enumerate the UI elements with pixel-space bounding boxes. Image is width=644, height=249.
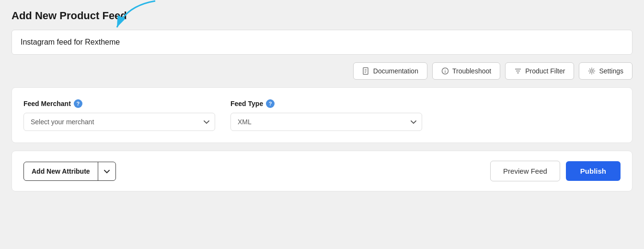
svg-text:i: i [445, 69, 446, 74]
feed-type-help-icon[interactable]: ? [266, 99, 275, 108]
feed-merchant-label: Feed Merchant ? [23, 99, 215, 108]
feed-type-label: Feed Type ? [230, 99, 422, 108]
feed-merchant-select[interactable]: Select your merchant [23, 113, 215, 131]
add-attribute-button-group[interactable]: Add New Attribute [23, 162, 116, 181]
feed-config-card: Feed Merchant ? Select your merchant Fee… [12, 87, 632, 143]
gear-icon [588, 67, 596, 75]
fields-row: Feed Merchant ? Select your merchant Fee… [23, 99, 621, 131]
product-filter-label: Product Filter [525, 67, 565, 75]
preview-feed-button[interactable]: Preview Feed [490, 161, 560, 181]
document-icon [362, 67, 370, 75]
feed-name-input[interactable] [12, 30, 632, 55]
bottom-bar: Add New Attribute Preview Feed Publish [12, 151, 632, 191]
action-buttons: Preview Feed Publish [490, 161, 621, 181]
feed-type-select[interactable]: XML CSV TSV TXT [230, 113, 422, 131]
troubleshoot-label: Troubleshoot [452, 67, 491, 75]
toolbar-row: Documentation i Troubleshoot Product Fil… [12, 62, 632, 80]
info-icon: i [441, 67, 449, 75]
page-title: Add New Product Feed [12, 10, 632, 22]
feed-type-select-wrapper: XML CSV TSV TXT [230, 113, 422, 131]
documentation-button[interactable]: Documentation [353, 62, 427, 80]
documentation-label: Documentation [373, 67, 418, 75]
feed-merchant-select-wrapper: Select your merchant [23, 113, 215, 131]
feed-type-group: Feed Type ? XML CSV TSV TXT [230, 99, 422, 131]
feed-merchant-group: Feed Merchant ? Select your merchant [23, 99, 215, 131]
settings-button[interactable]: Settings [579, 62, 632, 80]
feed-merchant-help-icon[interactable]: ? [74, 99, 82, 108]
settings-label: Settings [599, 67, 623, 75]
add-attribute-caret-icon[interactable] [98, 163, 115, 180]
svg-point-10 [591, 70, 593, 72]
publish-button[interactable]: Publish [566, 161, 621, 181]
filter-icon [514, 67, 522, 75]
troubleshoot-button[interactable]: i Troubleshoot [432, 62, 500, 80]
feed-name-area [12, 30, 632, 62]
product-filter-button[interactable]: Product Filter [505, 62, 574, 80]
add-attribute-main-label[interactable]: Add New Attribute [24, 163, 98, 180]
